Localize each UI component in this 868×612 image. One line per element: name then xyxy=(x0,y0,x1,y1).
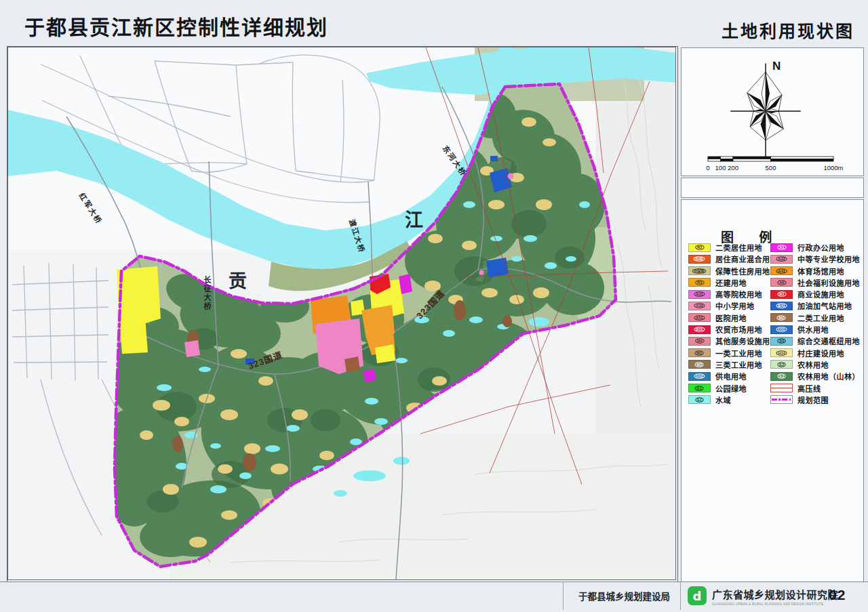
legend-item: R2B居住商业混合用地 xyxy=(688,255,778,263)
color-swatch: M1 xyxy=(688,348,711,357)
color-swatch: B41 xyxy=(770,302,793,310)
color-swatch: A41 xyxy=(770,266,793,275)
north-label: N xyxy=(772,60,781,73)
legend-item-label: 水域 xyxy=(715,394,731,405)
legend-item-label: 二类工业用地 xyxy=(797,312,844,323)
legend-item-label: 中小学用地 xyxy=(715,300,755,311)
legend-item-label: 居住商业混合用地 xyxy=(715,253,778,264)
land-use-code: A33 xyxy=(694,304,705,309)
color-swatch: A51 xyxy=(688,313,711,322)
legend-item-label: 村庄建设用地 xyxy=(797,348,844,359)
svg-text:200: 200 xyxy=(728,164,738,171)
legend-item-label: 行政办公用地 xyxy=(797,242,844,253)
land-use-code: G1 xyxy=(695,386,704,391)
legend-item-label: 供水用地 xyxy=(797,324,829,335)
legend-item: M2二类工业用地 xyxy=(770,314,860,322)
page-title: 于都县贡江新区控制性详细规划 xyxy=(24,11,328,41)
legend-item-label: 还建用地 xyxy=(715,277,747,288)
legend-item: A6社会福利设施用地 xyxy=(770,279,860,287)
footer-org-right-cn: 广东省城乡规划设计研究院 xyxy=(712,587,831,601)
legend-item: U11供水用地 xyxy=(770,325,860,333)
legend-item: B41加油加气站用地 xyxy=(770,302,860,310)
legend-item: A1行政办公用地 xyxy=(770,243,860,251)
color-swatch: R2 xyxy=(688,243,711,252)
legend-item-label: 农林用地（山林） xyxy=(797,371,860,382)
titleblock-strip xyxy=(681,178,864,198)
legend-item: M1一类工业用地 xyxy=(688,349,778,357)
legend-item-label: 二类居住用地 xyxy=(715,242,762,253)
land-use-code: A1 xyxy=(777,245,786,250)
land-use-code: B41 xyxy=(776,304,787,309)
land-use-code: A51 xyxy=(694,315,705,321)
color-swatch: U11 xyxy=(770,325,793,334)
legend-item: A22中等专业学校用地 xyxy=(770,255,860,263)
legend-item-label: 加油加气站用地 xyxy=(797,300,852,311)
land-use-code: M2 xyxy=(777,315,787,321)
map-sheet-title: 土地利用现状图 xyxy=(637,18,854,42)
svg-text:0: 0 xyxy=(706,164,709,171)
legend-item: A31高等院校用地 xyxy=(688,290,778,298)
legend-item: R保障保障性住房用地 xyxy=(688,267,778,275)
legend-item: B11农贸市场用地 xyxy=(688,325,778,333)
color-swatch: B9 xyxy=(688,337,711,346)
land-use-code: B11 xyxy=(694,327,705,332)
legend-item: H14村庄建设用地 xyxy=(770,349,860,357)
land-use-code: M1 xyxy=(695,350,705,356)
legend-item-label: 医院用地 xyxy=(715,312,747,323)
legend-item-label: 供电用地 xyxy=(715,371,747,382)
legend-item-label: 中等专业学校用地 xyxy=(797,253,860,264)
river-name-char-jiang: 江 xyxy=(405,205,425,232)
institute-logo-icon: d xyxy=(688,586,707,605)
legend-item-label: 农贸市场用地 xyxy=(715,324,762,335)
color-swatch: R保障 xyxy=(688,266,711,275)
legend-item: R2二类居住用地 xyxy=(688,243,778,251)
north-scale-box: N 0 100 200 500 1000m xyxy=(681,47,864,176)
bridge-label-changzheng: 长征大桥 xyxy=(201,276,212,311)
color-swatch: A22 xyxy=(770,255,793,264)
legend-item-label: 体育场馆用地 xyxy=(797,266,844,277)
scale-bar xyxy=(708,157,833,161)
legend: 图 例 R2二类居住用地R2B居住商业混合用地R保障保障性住房用地R3还建用地A… xyxy=(681,199,864,582)
footer-divider xyxy=(0,582,868,582)
color-swatch: S3 xyxy=(770,337,793,346)
land-use-code: E1 xyxy=(695,397,704,403)
legend-item-label: 高等院校用地 xyxy=(715,289,762,300)
legend-item: B1商业设施用地 xyxy=(770,290,860,298)
compass-and-scale: N 0 100 200 500 1000m xyxy=(682,48,862,174)
land-use-code: H14 xyxy=(776,350,787,356)
color-swatch: E1 xyxy=(688,395,711,404)
scale-ticks: 0 100 200 500 1000m xyxy=(706,164,843,171)
land-use-map xyxy=(7,47,676,580)
land-use-code: R2B xyxy=(694,256,705,262)
footer-col-divider-2 xyxy=(680,582,681,610)
sheet: 于都县贡江新区控制性详细规划 土地利用现状图 xyxy=(0,0,868,612)
legend-item-label: 一类工业用地 xyxy=(715,348,762,359)
svg-text:100: 100 xyxy=(715,164,726,171)
svg-text:500: 500 xyxy=(766,164,776,171)
color-swatch: A31 xyxy=(688,290,711,299)
legend-item-label: 高压线 xyxy=(797,383,821,394)
footer-col-divider-1 xyxy=(563,582,564,610)
land-use-code: S3 xyxy=(777,339,786,344)
legend-item-label: 公园绿地 xyxy=(715,383,747,394)
land-use-code: A6 xyxy=(777,280,786,285)
color-swatch: A1 xyxy=(770,243,793,252)
color-swatch: M2 xyxy=(770,313,793,322)
legend-item: U12供电用地 xyxy=(688,372,778,380)
legend-item: 高压线 xyxy=(770,384,860,392)
river-name-char-gong: 贡 xyxy=(229,266,248,293)
land-use-code: B9 xyxy=(695,339,704,344)
land-use-code: A22 xyxy=(776,256,787,262)
color-swatch: A6 xyxy=(770,278,793,287)
sheet-number: 02 xyxy=(829,587,846,603)
legend-item: S3综合交通枢纽用地 xyxy=(770,337,860,345)
color-swatch: E2 xyxy=(770,360,793,369)
color-swatch: A33 xyxy=(688,302,711,310)
land-use-code: U12 xyxy=(694,373,705,379)
land-use-code: E2 xyxy=(777,373,786,379)
color-swatch: B1 xyxy=(770,290,793,299)
legend-item: 规划范围 xyxy=(770,396,860,404)
color-swatch: G1 xyxy=(688,384,711,392)
color-swatch: E2 xyxy=(770,372,793,381)
land-use-code: R保障 xyxy=(692,268,707,274)
